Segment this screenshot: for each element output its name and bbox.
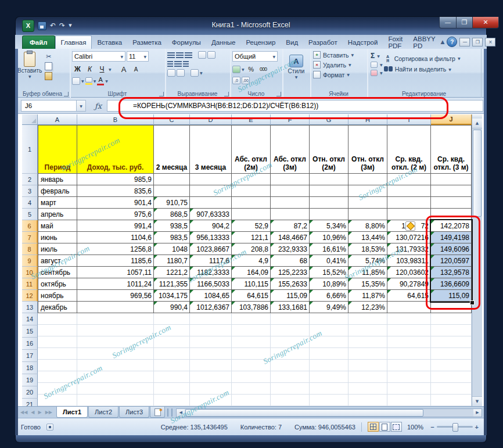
horizontal-scroll-thumb[interactable]: [185, 409, 423, 417]
workbook-minimize-button[interactable]: —: [459, 38, 470, 46]
row-header[interactable]: 11: [22, 278, 38, 290]
row-header[interactable]: 2: [22, 174, 38, 185]
bold-button[interactable]: Ж: [72, 64, 83, 74]
cell[interactable]: 64,615: [387, 290, 431, 302]
cell[interactable]: 110,115: [232, 278, 271, 290]
number-format-select[interactable]: Общий ▼: [232, 51, 278, 62]
decrease-decimal-icon[interactable]: ,00: [242, 77, 250, 84]
row-header[interactable]: 15: [22, 325, 38, 338]
row-header[interactable]: 17: [22, 350, 38, 362]
cell[interactable]: 1121,355: [154, 278, 190, 290]
font-size-select[interactable]: 11 ▼: [127, 51, 149, 62]
cell[interactable]: [387, 185, 431, 197]
cell[interactable]: 969,56: [77, 290, 154, 302]
zoom-slider[interactable]: [437, 426, 473, 428]
cell[interactable]: 938,5: [154, 220, 190, 232]
cell[interactable]: 835,6: [77, 185, 154, 197]
insert-function-icon[interactable]: ƒx: [91, 101, 106, 111]
cell[interactable]: 1117,6: [190, 255, 232, 267]
cell[interactable]: [431, 197, 472, 209]
cell[interactable]: 1084,65: [190, 290, 232, 302]
cell[interactable]: 983,5: [154, 232, 190, 243]
cell[interactable]: 1185,6: [77, 255, 154, 267]
active-cell-j6[interactable]: 142,2078: [431, 220, 472, 232]
horizontal-scrollbar[interactable]: ◀ ▶: [176, 408, 482, 417]
zoom-level[interactable]: 100%: [407, 424, 423, 431]
cell[interactable]: 64,615: [232, 290, 271, 302]
cell[interactable]: [271, 174, 310, 185]
row-header[interactable]: 7: [22, 232, 38, 243]
tab-developer[interactable]: Разработ: [303, 36, 343, 49]
help-icon[interactable]: ?: [447, 37, 457, 47]
autosum-button[interactable]: Σ ▼: [371, 52, 383, 60]
tab-home[interactable]: Главная: [55, 35, 92, 49]
cell[interactable]: 148,4667: [271, 232, 310, 243]
cell[interactable]: [348, 185, 387, 197]
cell[interactable]: Ср. квд. откл. (2 м): [387, 125, 431, 174]
cell[interactable]: 115,09: [431, 290, 472, 302]
cell[interactable]: 68: [271, 255, 310, 267]
cell[interactable]: [154, 185, 190, 197]
cell[interactable]: 232,9333: [271, 243, 310, 255]
cell[interactable]: 11,87%: [348, 290, 387, 302]
cell[interactable]: Абс. откл (3м): [271, 125, 310, 174]
cell[interactable]: 5,34%: [310, 220, 348, 232]
cell[interactable]: Доход, тыс. руб.: [77, 125, 154, 174]
currency-icon[interactable]: [232, 66, 240, 73]
cell[interactable]: 136,6609: [431, 278, 472, 290]
cell[interactable]: [310, 209, 348, 220]
column-header-i[interactable]: I: [387, 114, 431, 125]
cell[interactable]: [310, 174, 348, 185]
scroll-down-icon[interactable]: ▼: [472, 396, 482, 407]
cell[interactable]: [310, 185, 348, 197]
row-header[interactable]: 3: [22, 185, 38, 197]
tab-foxit[interactable]: Foxit PDF: [383, 36, 408, 49]
excel-logo-icon[interactable]: X: [22, 20, 34, 32]
macro-record-icon[interactable]: [46, 424, 53, 431]
sheet-tab-2[interactable]: Лист2: [88, 407, 118, 418]
find-select-button[interactable]: Найти и выделить ▼: [384, 66, 461, 73]
align-right-icon[interactable]: [183, 61, 189, 67]
decrease-indent-icon[interactable]: [167, 69, 175, 77]
scroll-left-icon[interactable]: ◀: [177, 409, 185, 417]
clipboard-dialog-launcher-icon[interactable]: [64, 92, 69, 96]
cell[interactable]: [190, 185, 232, 197]
cell[interactable]: [232, 185, 271, 197]
cell[interactable]: 120,03602: [387, 267, 431, 278]
tab-abbyy[interactable]: ABBYY PD: [408, 36, 440, 49]
normal-view-button[interactable]: [368, 422, 379, 432]
cell[interactable]: 991,4: [77, 220, 154, 232]
cell[interactable]: 9,49%: [310, 302, 348, 313]
cell[interactable]: 52,9: [232, 220, 271, 232]
column-header-g[interactable]: G: [310, 114, 348, 125]
cell[interactable]: 910,75: [154, 197, 190, 209]
formula-input[interactable]: =КОРЕНЬ(СУММКВРАЗН(B6:B12;D6:D12)/СЧЁТ(B…: [107, 100, 483, 112]
column-header-b[interactable]: B: [77, 114, 154, 125]
cell[interactable]: [387, 302, 431, 313]
underline-button[interactable]: Ч: [96, 64, 107, 74]
cell[interactable]: [190, 197, 232, 209]
row-header[interactable]: 8: [22, 243, 38, 255]
tab-insert[interactable]: Вставка: [92, 36, 127, 49]
cell[interactable]: [348, 197, 387, 209]
cell[interactable]: 1104,6: [77, 232, 154, 243]
cell[interactable]: июнь: [38, 232, 77, 243]
fill-button[interactable]: ▼: [371, 62, 383, 68]
save-icon[interactable]: [38, 21, 46, 30]
row-header[interactable]: 19: [22, 374, 38, 386]
cell[interactable]: 1048: [154, 243, 190, 255]
row-header[interactable]: 12: [22, 290, 38, 302]
cell[interactable]: 103,7886: [232, 302, 271, 313]
cell[interactable]: 18,53%: [348, 243, 387, 255]
cell[interactable]: Период: [38, 125, 77, 174]
cell[interactable]: Отн. откл (3м): [348, 125, 387, 174]
name-box-dropdown-icon[interactable]: ▼: [77, 100, 86, 112]
scroll-right-icon[interactable]: ▶: [473, 409, 482, 417]
cell[interactable]: [271, 197, 310, 209]
error-options-smart-tag[interactable]: [405, 221, 415, 231]
cell[interactable]: 87,2: [271, 220, 310, 232]
cell[interactable]: Отн. откл (2м): [310, 125, 348, 174]
empty-cells-area[interactable]: [38, 313, 472, 411]
fill-handle[interactable]: [470, 300, 475, 305]
cell[interactable]: 125,2233: [271, 267, 310, 278]
